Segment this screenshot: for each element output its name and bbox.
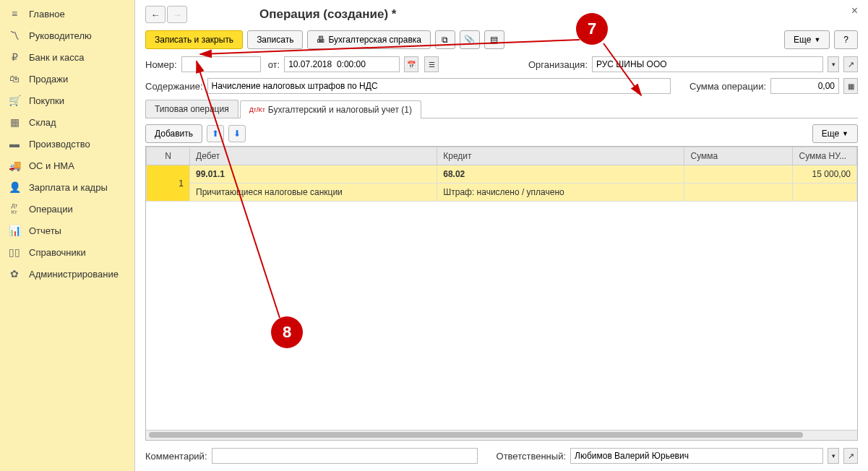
tabs: Типовая операция Дт/КтБухгалтерский и на… — [145, 100, 858, 118]
grid-icon: ▦ — [9, 116, 20, 128]
col-credit: Кредит — [437, 147, 684, 165]
cell-credit-acc: 68.02 — [437, 165, 684, 183]
dtct-icon: Дт/Кт — [249, 106, 265, 113]
annotation-7: 7 — [576, 13, 608, 45]
table-container: N Дебет Кредит Сумма Сумма НУ... 1 99.01… — [145, 146, 858, 441]
cell-sum-nu2 — [793, 183, 857, 202]
sidebar-item-label: Справочники — [29, 247, 86, 258]
number-label: Номер: — [145, 59, 177, 70]
col-debit: Дебет — [190, 147, 437, 165]
postings-table[interactable]: N Дебет Кредит Сумма Сумма НУ... 1 99.01… — [146, 147, 857, 202]
sidebar-item-operations[interactable]: ДтКтОперации — [0, 198, 134, 220]
tab-label: Бухгалтерский и налоговый учет (1) — [268, 105, 412, 115]
sidebar-item-production[interactable]: ▬Производство — [0, 133, 134, 155]
accounting-note-button[interactable]: 🖶Бухгалтерская справка — [307, 30, 431, 49]
content-label: Содержание: — [145, 81, 203, 92]
org-dropdown[interactable]: ▾ — [828, 56, 839, 72]
factory-icon: ▬ — [9, 138, 20, 150]
sidebar-item-salary[interactable]: 👤Зарплата и кадры — [0, 176, 134, 198]
more-button[interactable]: Еще ▼ — [784, 30, 830, 49]
table-toolbar: Добавить ⬆ ⬇ Еще ▼ — [145, 124, 858, 143]
sidebar-item-catalogs[interactable]: ▯▯Справочники — [0, 241, 134, 263]
sidebar-item-manager[interactable]: 〽Руководителю — [0, 25, 134, 46]
chevron-down-icon: ▼ — [842, 130, 848, 137]
sidebar-item-label: Руководителю — [29, 30, 92, 41]
button-label: Бухгалтерская справка — [328, 35, 421, 45]
cell-debit-desc: Причитающиеся налоговые санкции — [190, 183, 437, 202]
tab-accounting[interactable]: Дт/КтБухгалтерский и налоговый учет (1) — [240, 100, 421, 118]
cart-icon: 🛒 — [9, 95, 20, 106]
tab-typical[interactable]: Типовая операция — [145, 100, 239, 118]
sidebar-item-main[interactable]: ≡Главное — [0, 3, 134, 25]
save-button[interactable]: Записать — [247, 30, 303, 49]
cell-sum2 — [684, 183, 793, 202]
move-up-button[interactable]: ⬆ — [207, 125, 224, 142]
forward-button[interactable]: → — [167, 6, 187, 23]
menu-icon: ≡ — [9, 8, 20, 20]
org-open[interactable]: ↗ — [843, 56, 858, 72]
col-n: N — [147, 147, 190, 165]
gear-icon: ✿ — [9, 268, 20, 280]
sidebar-item-bank[interactable]: ₽Банк и касса — [0, 46, 134, 68]
attach-button[interactable]: 📎 — [460, 30, 480, 49]
from-label: от: — [268, 59, 280, 70]
add-button[interactable]: Добавить — [145, 124, 202, 143]
dtct-icon: ДтКт — [9, 203, 20, 215]
responsible-input[interactable] — [570, 448, 823, 464]
form-row-number: Номер: от: 📅 ☰ Организация: ▾ ↗ — [145, 56, 858, 72]
chart-icon: 〽 — [9, 30, 20, 41]
cell-sum — [684, 165, 793, 183]
number-input[interactable] — [181, 56, 261, 72]
table-empty-space — [146, 202, 857, 430]
truck-icon: 🚚 — [9, 160, 20, 171]
print-icon: 🖶 — [317, 35, 325, 45]
sidebar-item-sales[interactable]: 🛍Продажи — [0, 68, 134, 90]
header-row: ← → Операция (создание) * — [145, 6, 858, 23]
table-row[interactable]: Причитающиеся налоговые санкции Штраф: н… — [147, 183, 857, 202]
sidebar-item-assets[interactable]: 🚚ОС и НМА — [0, 155, 134, 176]
responsible-label: Ответственный: — [497, 451, 566, 462]
bottom-row: Комментарий: Ответственный: ▾ ↗ — [145, 448, 858, 464]
sidebar-item-label: Продажи — [29, 74, 68, 85]
layout-button[interactable]: ▤ — [484, 30, 504, 49]
move-down-button[interactable]: ⬇ — [228, 125, 246, 142]
sidebar-item-warehouse[interactable]: ▦Склад — [0, 111, 134, 133]
copy-button[interactable]: ⧉ — [435, 30, 455, 49]
help-button[interactable]: ? — [834, 30, 858, 49]
list-button[interactable]: ☰ — [424, 56, 439, 72]
sidebar-item-admin[interactable]: ✿Администрирование — [0, 263, 134, 285]
main-content: × ← → Операция (создание) * Записать и з… — [135, 0, 868, 471]
barchart-icon: 📊 — [9, 225, 20, 236]
responsible-open[interactable]: ↗ — [843, 448, 858, 464]
sidebar-item-purchases[interactable]: 🛒Покупки — [0, 90, 134, 111]
sidebar-item-label: Банк и касса — [29, 52, 85, 63]
date-input[interactable] — [284, 56, 400, 72]
calculator-button[interactable]: ▦ — [843, 78, 858, 94]
annotation-8: 8 — [271, 316, 303, 348]
sidebar-item-label: Отчеты — [29, 225, 61, 236]
responsible-dropdown[interactable]: ▾ — [828, 448, 839, 464]
books-icon: ▯▯ — [9, 246, 20, 258]
sidebar: ≡Главное 〽Руководителю ₽Банк и касса 🛍Пр… — [0, 0, 135, 471]
sidebar-item-reports[interactable]: 📊Отчеты — [0, 220, 134, 241]
cell-sum-nu: 15 000,00 — [793, 165, 857, 183]
sidebar-item-label: Покупки — [29, 95, 64, 106]
form-row-content: Содержание: Сумма операции: ▦ — [145, 78, 858, 94]
table-row[interactable]: 1 99.01.1 68.02 15 000,00 — [147, 165, 857, 183]
button-label: Еще — [822, 129, 839, 139]
close-button[interactable]: × — [851, 4, 858, 17]
comment-input[interactable] — [212, 448, 478, 464]
button-label: Еще — [794, 35, 811, 45]
sum-input[interactable] — [770, 78, 839, 94]
page-title: Операция (создание) * — [259, 7, 396, 22]
save-close-button[interactable]: Записать и закрыть — [145, 30, 243, 49]
cell-credit-desc: Штраф: начислено / уплачено — [437, 183, 684, 202]
horizontal-scrollbar[interactable] — [146, 430, 857, 440]
back-button[interactable]: ← — [145, 6, 166, 23]
chevron-down-icon: ▼ — [814, 36, 820, 43]
col-sum-nu: Сумма НУ... — [793, 147, 857, 165]
content-input[interactable] — [207, 78, 671, 94]
table-more-button[interactable]: Еще ▼ — [812, 124, 858, 143]
org-input[interactable] — [592, 56, 823, 72]
calendar-button[interactable]: 📅 — [404, 56, 418, 72]
